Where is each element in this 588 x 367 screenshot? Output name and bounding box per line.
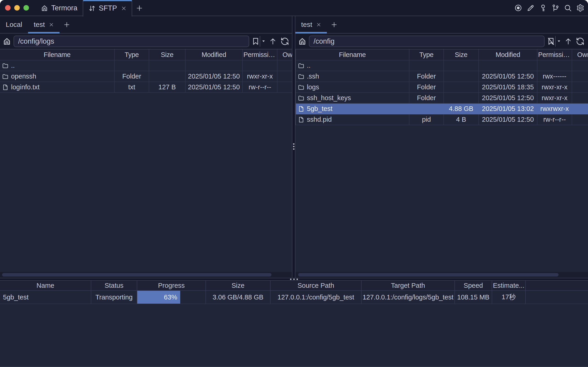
left-toolbar-buttons (251, 36, 289, 47)
right-file-rows: .. .ssh (296, 60, 588, 125)
zoom-window-button[interactable] (24, 5, 29, 11)
tab-test-left[interactable]: test (28, 16, 60, 33)
file-size: 4.88 GB (444, 104, 479, 114)
file-row[interactable]: .. (0, 60, 292, 71)
file-row[interactable]: ssh_host_keys Folder 2025/01/05 12:50 rw… (296, 93, 588, 104)
file-row[interactable]: loginfo.txt txt 127 B 2025/01/05 12:50 r… (0, 82, 292, 93)
refresh-button[interactable] (281, 37, 289, 46)
file-size (149, 71, 186, 82)
settings-button[interactable] (576, 4, 584, 12)
bookmark-dropdown-button[interactable] (262, 39, 265, 43)
transfers-rows: 5gb_test Transporting 63% 3.06 GB/4.88 G… (0, 291, 588, 304)
close-tab-icon[interactable] (316, 22, 321, 27)
column-header-source-path[interactable]: Source Path (271, 281, 362, 290)
titlebar: Termora SFTP (0, 0, 588, 16)
file-row[interactable]: 5gb_test 4.88 GB 2025/01/05 13:02 rwxrwx… (296, 104, 588, 114)
file-owner (572, 104, 588, 114)
file-modified: 2025/01/05 13:02 (479, 104, 537, 114)
edit-button[interactable] (527, 4, 535, 12)
tab-termora[interactable]: Termora (36, 0, 83, 16)
bookmark-icon[interactable] (251, 37, 260, 45)
transfer-icon (88, 5, 96, 12)
file-permissions: rwxr-xr-x (537, 82, 572, 92)
column-header-progress[interactable]: Progress (137, 281, 206, 290)
file-name: ssh_host_keys (307, 94, 351, 102)
key-manager-button[interactable] (539, 4, 547, 12)
bookmark-slash-icon[interactable] (547, 37, 555, 45)
column-header-permissions[interactable]: Permissions (243, 49, 277, 60)
plus-icon (331, 21, 337, 28)
transfers-splitter[interactable] (0, 278, 588, 280)
search-button[interactable] (564, 4, 572, 12)
file-name: .. (307, 62, 311, 69)
column-header-type[interactable]: Type (409, 49, 444, 60)
file-type: Folder (409, 71, 444, 82)
column-header-filename[interactable]: Filename (0, 49, 115, 60)
column-header-type[interactable]: Type (115, 49, 149, 60)
file-type (409, 104, 444, 114)
port-forwarding-button[interactable] (552, 4, 560, 12)
pane-splitter[interactable] (292, 16, 295, 278)
column-header-modified[interactable]: Modified (479, 49, 537, 60)
file-row[interactable]: .. (296, 60, 588, 71)
file-owner (572, 71, 588, 82)
file-row[interactable]: logs Folder 2025/01/05 18:35 rwxr-xr-x (296, 82, 588, 93)
traffic-lights (5, 5, 29, 11)
file-size (444, 60, 479, 71)
tab-test-right-label: test (301, 21, 312, 28)
splitter-grip (290, 279, 298, 280)
record-button[interactable] (514, 4, 522, 12)
up-directory-button[interactable] (269, 37, 277, 45)
column-header-filename[interactable]: Filename (296, 49, 409, 60)
close-tab-icon[interactable] (121, 6, 127, 11)
file-modified: 2025/01/05 12:50 (479, 93, 537, 103)
home-button[interactable] (3, 37, 11, 45)
file-permissions: rwxrwxr-x (537, 104, 572, 114)
transfer-row[interactable]: 5gb_test Transporting 63% 3.06 GB/4.88 G… (0, 291, 588, 304)
left-new-tab-button[interactable] (60, 16, 74, 33)
left-path-input[interactable]: /config/logs (14, 36, 249, 47)
new-window-tab-button[interactable] (132, 0, 147, 16)
tab-sftp[interactable]: SFTP (83, 0, 132, 17)
column-header-owner[interactable]: Owner (277, 49, 292, 60)
file-size (444, 82, 479, 92)
file-row[interactable]: .ssh Folder 2025/01/05 12:50 rwx------ (296, 71, 588, 82)
column-header-owner[interactable]: Owner (572, 49, 588, 60)
window-bottom-edge (0, 366, 588, 367)
right-file-area: Filename Type Size Modified Permissions … (295, 49, 588, 278)
close-window-button[interactable] (5, 5, 11, 11)
home-button[interactable] (298, 37, 307, 45)
file-permissions: rwxr-xr-x (243, 71, 277, 82)
right-path-input[interactable]: /config (309, 36, 545, 47)
right-horizontal-scrollbar[interactable] (295, 272, 588, 278)
file-row[interactable]: sshd.pid pid 4 B 2025/01/05 12:50 rw-r--… (296, 114, 588, 125)
file-row[interactable]: openssh Folder 2025/01/05 12:50 rwxr-xr-… (0, 71, 292, 82)
close-tab-icon[interactable] (49, 22, 54, 27)
folder-icon (2, 73, 9, 80)
column-header-estimate[interactable]: Estimate... (492, 281, 526, 290)
tab-local[interactable]: Local (0, 16, 28, 33)
scrollbar-thumb[interactable] (2, 273, 272, 276)
column-header-permissions[interactable]: Permissions (537, 49, 572, 60)
left-file-rows: .. openssh (0, 60, 292, 93)
up-directory-button[interactable] (564, 37, 572, 45)
folder-icon (298, 73, 305, 80)
tab-test-right[interactable]: test (295, 16, 327, 33)
scrollbar-thumb[interactable] (298, 273, 559, 276)
refresh-button[interactable] (576, 37, 585, 46)
left-horizontal-scrollbar[interactable] (0, 272, 292, 278)
transfer-progress: 63% (137, 291, 206, 304)
column-header-name[interactable]: Name (0, 281, 91, 290)
file-size: 4 B (444, 114, 479, 125)
right-new-tab-button[interactable] (327, 16, 341, 33)
minimize-window-button[interactable] (14, 5, 20, 11)
bookmark-dropdown-button[interactable] (557, 39, 561, 43)
column-header-modified[interactable]: Modified (186, 49, 243, 60)
file-permissions: rwxr-xr-x (537, 93, 572, 103)
column-header-status[interactable]: Status (91, 281, 137, 290)
column-header-size[interactable]: Size (444, 49, 479, 60)
column-header-size[interactable]: Size (206, 281, 271, 290)
column-header-size[interactable]: Size (149, 49, 186, 60)
column-header-speed[interactable]: Speed (455, 281, 492, 290)
column-header-target-path[interactable]: Target Path (362, 281, 455, 290)
